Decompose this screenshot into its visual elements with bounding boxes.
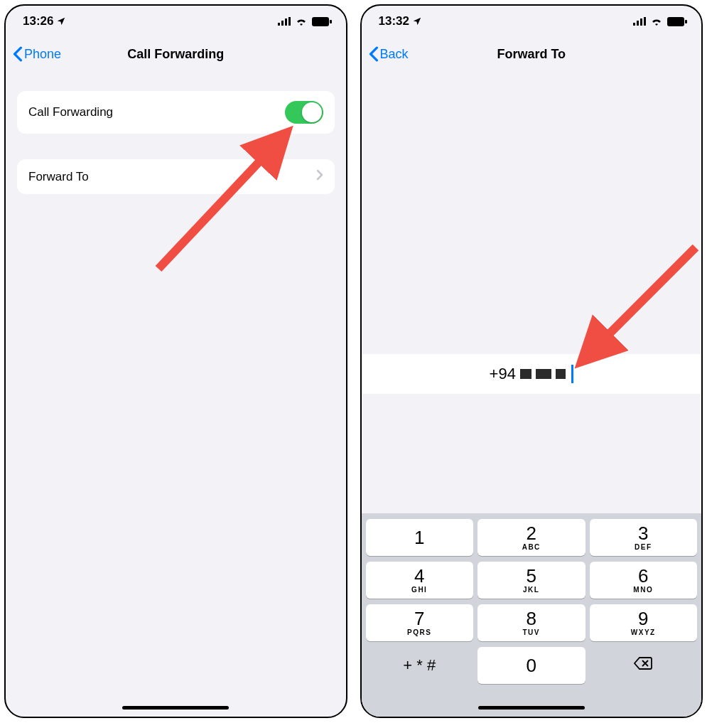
phone-number-input[interactable]: +94 <box>362 354 702 394</box>
text-cursor <box>571 365 573 383</box>
location-icon <box>56 16 66 26</box>
home-indicator[interactable] <box>478 706 585 710</box>
forward-to-label: Forward To <box>28 170 89 184</box>
key-8[interactable]: 8TUV <box>477 604 585 641</box>
forward-to-row[interactable]: Forward To <box>17 159 335 194</box>
nav-bar: Back Forward To <box>362 37 702 71</box>
key-5[interactable]: 5JKL <box>477 562 585 599</box>
chevron-right-icon <box>316 169 323 184</box>
number-prefix: +94 <box>490 365 516 383</box>
svg-rect-4 <box>312 17 329 26</box>
key-backspace[interactable] <box>590 647 698 684</box>
svg-rect-10 <box>644 17 646 26</box>
back-label: Back <box>380 47 409 62</box>
svg-rect-3 <box>288 17 291 26</box>
svg-line-13 <box>593 247 696 350</box>
call-forwarding-label: Call Forwarding <box>28 105 113 119</box>
redacted-digits <box>556 369 566 379</box>
svg-rect-2 <box>285 18 287 26</box>
status-time: 13:32 <box>379 14 409 28</box>
key-6[interactable]: 6MNO <box>590 562 698 599</box>
call-forwarding-row[interactable]: Call Forwarding <box>17 91 335 134</box>
back-label: Phone <box>24 47 61 62</box>
nav-bar: Phone Call Forwarding <box>6 37 346 71</box>
call-forwarding-toggle[interactable] <box>285 101 323 124</box>
battery-icon <box>312 17 332 26</box>
status-time: 13:26 <box>23 14 53 28</box>
numeric-keypad: 1 2ABC 3DEF 4GHI 5JKL 6MNO 7PQRS 8TUV 9W… <box>362 513 702 717</box>
svg-rect-7 <box>633 23 635 26</box>
chevron-left-icon <box>13 46 23 62</box>
page-title: Forward To <box>362 47 702 62</box>
home-indicator[interactable] <box>122 706 229 710</box>
status-bar: 13:26 <box>6 6 346 37</box>
key-7[interactable]: 7PQRS <box>366 604 474 641</box>
status-bar: 13:32 <box>362 6 702 37</box>
svg-rect-11 <box>667 17 684 26</box>
redacted-digits <box>536 369 551 379</box>
chevron-left-icon <box>369 46 379 62</box>
backspace-icon <box>633 656 653 675</box>
svg-rect-8 <box>637 21 639 26</box>
svg-rect-12 <box>685 20 687 23</box>
key-0[interactable]: 0 <box>477 647 585 684</box>
key-9[interactable]: 9WXYZ <box>590 604 698 641</box>
battery-icon <box>667 17 687 26</box>
phone-right: 13:32 Back Forward To +94 <box>360 4 703 718</box>
svg-rect-5 <box>330 20 332 23</box>
key-3[interactable]: 3DEF <box>590 519 698 556</box>
phone-left: 13:26 Phone Call Forwarding Call <box>4 4 347 718</box>
wifi-icon <box>295 17 308 26</box>
key-4[interactable]: 4GHI <box>366 562 474 599</box>
wifi-icon <box>650 17 663 26</box>
key-symbols[interactable]: + * # <box>366 647 474 684</box>
back-button[interactable]: Phone <box>13 46 61 62</box>
cellular-icon <box>633 17 646 26</box>
redacted-digits <box>520 369 531 379</box>
cellular-icon <box>278 17 291 26</box>
location-icon <box>412 16 422 26</box>
key-1[interactable]: 1 <box>366 519 474 556</box>
key-2[interactable]: 2ABC <box>477 519 585 556</box>
back-button[interactable]: Back <box>369 46 409 62</box>
svg-rect-9 <box>640 18 642 26</box>
svg-rect-0 <box>278 23 280 26</box>
svg-rect-1 <box>281 21 284 26</box>
